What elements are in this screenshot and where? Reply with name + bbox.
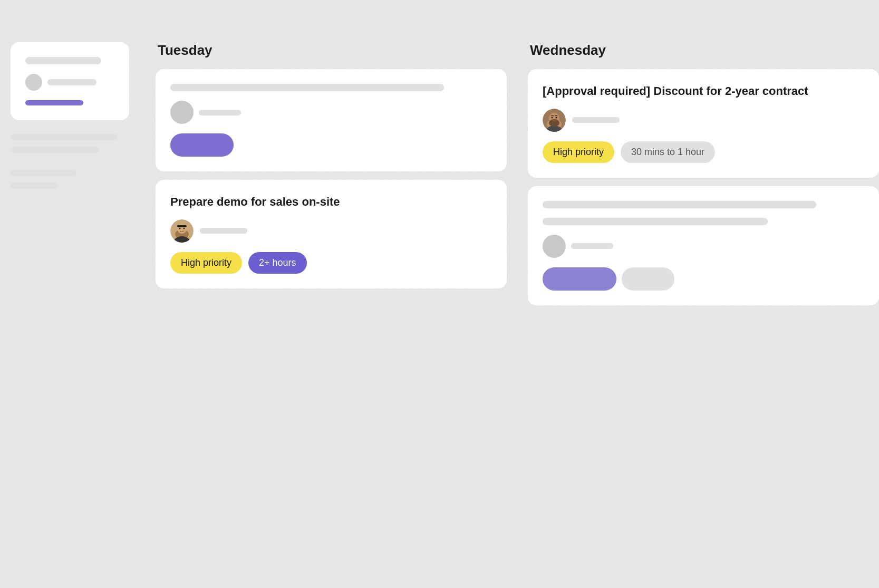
columns-area: Tuesday Prepare demo for sales on-site (140, 42, 879, 588)
skeleton-purple-tag (170, 133, 234, 157)
user-name-skeleton (200, 228, 247, 234)
tuesday-task-card[interactable]: Prepare demo for sales on-site (156, 180, 507, 288)
skeleton-gray-tag (622, 267, 674, 291)
task-title: Prepare demo for sales on-site (170, 195, 492, 210)
skeleton-bar (11, 147, 100, 153)
skeleton-bar (11, 170, 76, 176)
svg-point-4 (179, 227, 181, 229)
wednesday-task-card-1[interactable]: [Approval required] Discount for 2-year … (528, 69, 879, 178)
skeleton-bar (11, 182, 58, 189)
skeleton-avatar (543, 235, 566, 258)
tuesday-header: Tuesday (156, 42, 507, 59)
purple-tag-skeleton (25, 100, 83, 105)
tuesday-cards: Prepare demo for sales on-site (156, 69, 507, 288)
left-row (25, 74, 114, 91)
duration-tag[interactable]: 2+ hours (248, 252, 307, 274)
skeleton-avatar (170, 101, 194, 124)
task-tags: High priority 2+ hours (170, 252, 492, 274)
skeleton-row (170, 101, 492, 124)
high-priority-tag-2[interactable]: High priority (543, 141, 614, 163)
skeleton-name-bar (571, 243, 613, 249)
left-panel (0, 42, 140, 588)
svg-point-12 (552, 117, 553, 118)
svg-point-11 (549, 119, 559, 127)
skeleton-bar (25, 57, 101, 64)
skeleton-bar (11, 134, 118, 140)
wednesday-skeleton-card[interactable] (528, 186, 879, 305)
svg-point-13 (556, 117, 557, 118)
skeleton-name-bar (199, 110, 241, 115)
skeleton-row (543, 235, 864, 258)
user-avatar (170, 219, 194, 243)
skeleton-bar (47, 79, 96, 85)
left-skeleton-bars (11, 129, 129, 194)
left-card-1 (11, 42, 129, 120)
tuesday-column: Tuesday Prepare demo for sales on-site (145, 42, 517, 588)
skeleton-title-bar (170, 84, 444, 91)
skeleton-avatar (25, 74, 42, 91)
task-tags: High priority 30 mins to 1 hour (543, 141, 864, 163)
svg-rect-6 (177, 225, 187, 227)
tuesday-skeleton-card[interactable] (156, 69, 507, 171)
duration-tag-gray[interactable]: 30 mins to 1 hour (621, 141, 715, 163)
skeleton-title-bar-2 (543, 218, 768, 225)
high-priority-tag[interactable]: High priority (170, 252, 242, 274)
wednesday-header: Wednesday (528, 42, 879, 59)
task-meta (170, 219, 492, 243)
main-container: Tuesday Prepare demo for sales on-site (0, 0, 879, 588)
svg-point-5 (183, 227, 185, 229)
user-name-skeleton (572, 117, 620, 123)
task-title: [Approval required] Discount for 2-year … (543, 84, 864, 99)
user-avatar-beard (543, 109, 566, 132)
skeleton-purple-tag-2 (543, 267, 616, 291)
wednesday-column: Wednesday [Approval required] Discount f… (517, 42, 879, 588)
skeleton-title-bar (543, 201, 816, 208)
wednesday-cards: [Approval required] Discount for 2-year … (528, 69, 879, 305)
task-meta (543, 109, 864, 132)
